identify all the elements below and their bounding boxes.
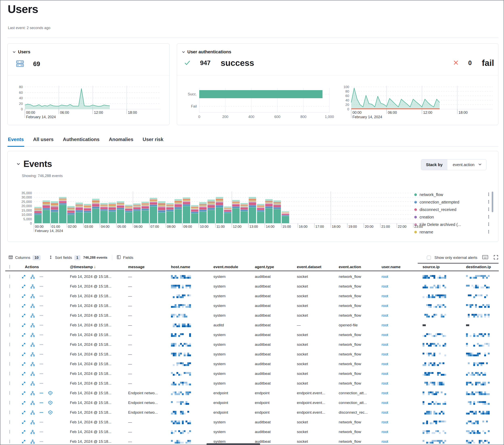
cell-destination-ip[interactable] — [461, 342, 499, 347]
more-actions-icon[interactable] — [40, 343, 43, 346]
cell-event-action[interactable]: network_flow — [334, 362, 377, 366]
row-checkbox[interactable] — [10, 313, 10, 317]
more-actions-icon[interactable] — [40, 285, 43, 288]
cell-event-action[interactable]: network_flow — [334, 372, 377, 376]
cell-message[interactable]: — — [123, 274, 166, 279]
column-header-destination-ip[interactable]: destination.ip — [461, 265, 499, 269]
cell-event-action[interactable]: network_flow — [334, 381, 377, 386]
cell-destination-ip[interactable] — [461, 439, 499, 444]
cell-message[interactable]: — — [123, 342, 166, 347]
cell-agent-type[interactable]: endpoint — [250, 410, 292, 415]
more-actions-icon[interactable] — [40, 353, 43, 356]
cell-event-dataset[interactable]: socket — [292, 313, 334, 318]
cell-source-ip[interactable] — [418, 323, 461, 327]
cell-source-ip[interactable] — [418, 313, 461, 318]
analyze-event-icon[interactable] — [31, 381, 35, 386]
cell-event-dataset[interactable]: socket — [292, 430, 334, 434]
cell-event-action[interactable]: network_flow — [334, 420, 377, 424]
cell-user-name[interactable]: root — [377, 294, 418, 298]
cell-host-name[interactable] — [166, 381, 209, 386]
column-header-source-ip[interactable]: source.ip — [418, 265, 461, 269]
cell-user-name[interactable]: root — [377, 420, 418, 424]
analyze-event-icon[interactable] — [31, 284, 35, 289]
cell-message[interactable]: — — [123, 420, 166, 424]
fields-button[interactable]: Fields — [117, 255, 133, 260]
row-checkbox[interactable] — [10, 381, 10, 385]
cell-host-name[interactable] — [166, 333, 209, 337]
analyze-event-icon[interactable] — [31, 440, 35, 444]
cell-event-module[interactable]: system — [209, 303, 250, 308]
more-actions-icon[interactable] — [40, 420, 43, 424]
cell-user-name[interactable]: root — [377, 352, 418, 356]
cell-event-dataset[interactable]: socket — [292, 303, 334, 308]
column-header-event-module[interactable]: event.module — [209, 265, 250, 269]
cell-message[interactable]: Endpoint netwo... — [123, 410, 166, 415]
cell-user-name[interactable]: root — [377, 323, 418, 327]
cell-destination-ip[interactable] — [461, 323, 499, 327]
expand-event-icon[interactable] — [22, 304, 26, 308]
analyze-event-icon[interactable] — [31, 430, 35, 434]
column-header-agent-type[interactable]: agent.type — [250, 265, 292, 269]
analyze-event-icon[interactable] — [31, 342, 35, 347]
cell-agent-type[interactable]: auditbeat — [250, 284, 292, 289]
cell-agent-type[interactable]: endpoint — [250, 391, 292, 395]
cell-event-module[interactable]: endpoint — [209, 410, 250, 415]
cell-message[interactable]: — — [123, 303, 166, 308]
row-checkbox[interactable] — [10, 430, 10, 434]
cell-message[interactable]: — — [123, 313, 166, 318]
cell-event-action[interactable]: network_flow — [334, 342, 377, 347]
cell-timestamp[interactable]: Feb 14, 2024 @ 15:18... — [65, 420, 123, 424]
more-actions-icon[interactable] — [40, 275, 43, 279]
auth-panel-collapse-chevron-icon[interactable] — [181, 50, 185, 54]
stack-by-select[interactable]: Stack by event.action — [421, 159, 486, 170]
cell-event-dataset[interactable]: socket — [292, 284, 334, 289]
cell-event-dataset[interactable]: socket — [292, 274, 334, 279]
tab-events[interactable]: Events — [7, 135, 24, 146]
cell-destination-ip[interactable] — [461, 410, 499, 415]
tab-anomalies[interactable]: Anomalies — [108, 135, 134, 146]
expand-event-icon[interactable] — [22, 323, 26, 327]
cell-event-dataset[interactable]: socket — [292, 439, 334, 444]
cell-event-module[interactable]: system — [209, 294, 250, 298]
cell-message[interactable]: — — [123, 294, 166, 298]
cell-event-module[interactable]: system — [209, 342, 250, 347]
row-checkbox[interactable] — [10, 333, 10, 337]
cell-host-name[interactable] — [166, 284, 209, 289]
more-actions-icon[interactable] — [40, 294, 43, 298]
row-checkbox[interactable] — [10, 323, 10, 327]
cell-event-module[interactable]: system — [209, 430, 250, 434]
cell-host-name[interactable] — [166, 410, 209, 415]
cell-destination-ip[interactable] — [461, 274, 499, 279]
analyze-event-icon[interactable] — [31, 333, 35, 337]
cell-event-module[interactable]: system — [209, 352, 250, 356]
cell-event-action[interactable]: network_flow — [334, 284, 377, 289]
cell-host-name[interactable] — [166, 362, 209, 366]
cell-timestamp[interactable]: Feb 14, 2024 @ 15:18... — [65, 391, 123, 395]
cell-event-module[interactable]: endpoint — [209, 391, 250, 395]
cell-destination-ip[interactable] — [461, 391, 499, 395]
legend-scrollbar[interactable] — [492, 192, 493, 212]
legend-more-icon[interactable] — [487, 222, 490, 227]
analyze-event-icon[interactable] — [31, 275, 35, 279]
cell-user-name[interactable]: root — [377, 342, 418, 347]
cell-source-ip[interactable] — [418, 381, 461, 386]
more-actions-icon[interactable] — [40, 362, 43, 366]
expand-event-icon[interactable] — [22, 294, 26, 298]
cell-destination-ip[interactable] — [461, 362, 499, 366]
row-checkbox[interactable] — [10, 304, 10, 308]
analyze-event-icon[interactable] — [31, 401, 35, 405]
cell-timestamp[interactable]: Feb 14, 2024 @ 15:18... — [65, 381, 123, 386]
legend-item-network_flow[interactable]: network_flow — [414, 191, 490, 198]
cell-message[interactable]: — — [123, 362, 166, 366]
cell-timestamp[interactable]: Feb 14, 2024 @ 15:18... — [65, 362, 123, 366]
legend-item-rename[interactable]: rename — [414, 228, 490, 234]
legend-more-icon[interactable] — [487, 207, 490, 212]
columns-button[interactable]: Columns 10 — [8, 255, 41, 261]
cell-host-name[interactable] — [166, 294, 209, 298]
cell-destination-ip[interactable] — [461, 381, 499, 386]
cell-event-dataset[interactable]: socket — [292, 381, 334, 386]
more-actions-icon[interactable] — [40, 382, 43, 385]
cell-source-ip[interactable] — [418, 430, 461, 434]
cell-user-name[interactable]: root — [377, 391, 418, 395]
events-collapse-chevron-icon[interactable] — [16, 162, 21, 166]
